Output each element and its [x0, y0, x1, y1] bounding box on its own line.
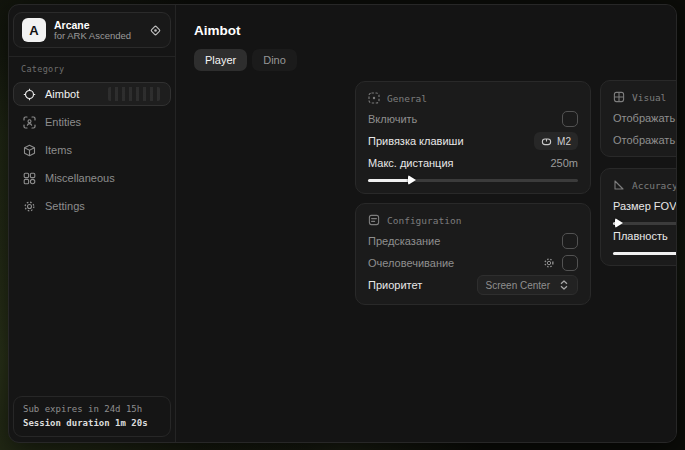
panel-visual: Visual Отображать границу FOV Отображать…	[600, 80, 677, 157]
fov-size-row: Размер FOV 60°	[613, 195, 677, 217]
brand-subtitle: for ARK Ascended	[54, 31, 141, 42]
mouse-icon	[541, 136, 552, 147]
sidebar-item-label: Miscellaneous	[45, 172, 115, 184]
panel-general-header: General	[368, 92, 578, 104]
brand-name: Arcane	[54, 19, 141, 31]
priority-value: Screen Center	[486, 280, 550, 291]
distance-value: 250m	[550, 157, 578, 169]
brand-card: A Arcane for ARK Ascended	[13, 12, 171, 48]
fov-border-label: Отображать границу FOV	[613, 112, 677, 124]
distance-slider[interactable]	[368, 176, 578, 180]
sidebar-item-label: Entities	[45, 116, 81, 128]
triangle-ruler-icon	[613, 179, 625, 191]
brand-text: Arcane for ARK Ascended	[54, 19, 141, 42]
active-item-decoration	[108, 87, 160, 101]
target-diamond-icon[interactable]	[149, 24, 162, 37]
keybind-button[interactable]: M2	[534, 132, 578, 150]
panel-title: Configuration	[387, 215, 461, 226]
sidebar: A Arcane for ARK Ascended Category Aimbo…	[9, 5, 176, 442]
brand-logo: A	[22, 18, 46, 42]
panel-configuration: Configuration Предсказание Очеловечивани…	[355, 203, 591, 305]
panel-title: Visual	[632, 92, 666, 103]
enable-label: Включить	[368, 113, 417, 125]
sidebar-item-items[interactable]: Items	[13, 138, 171, 162]
sidebar-item-label: Aimbot	[45, 88, 79, 100]
tab-dino[interactable]: Dino	[252, 49, 297, 71]
main-content: Aimbot Player Dino General Включить Прив…	[176, 5, 676, 442]
grid-icon	[23, 172, 36, 185]
category-label: Category	[21, 64, 171, 74]
prediction-row: Предсказание	[368, 230, 578, 252]
distance-label: Макс. дистанция	[368, 157, 454, 169]
enable-checkbox[interactable]	[562, 111, 578, 127]
slider-fill	[368, 179, 410, 182]
tab-bar: Player Dino	[194, 49, 297, 71]
sidebar-divider	[9, 56, 175, 57]
fov-background-label: Отображать фон FOV	[613, 134, 677, 146]
priority-dropdown[interactable]: Screen Center	[477, 275, 578, 295]
humanization-row: Очеловечивание	[368, 252, 578, 274]
sidebar-item-miscellaneous[interactable]: Miscellaneous	[13, 166, 171, 190]
priority-label: Приоритет	[368, 279, 422, 291]
humanization-label: Очеловечивание	[368, 257, 454, 269]
sidebar-item-settings[interactable]: Settings	[13, 194, 171, 218]
enable-row: Включить	[368, 108, 578, 130]
priority-row: Приоритет Screen Center	[368, 274, 578, 296]
app-window: A Arcane for ARK Ascended Category Aimbo…	[8, 4, 677, 443]
fov-border-row: Отображать границу FOV	[613, 107, 677, 129]
keybind-value: M2	[557, 136, 571, 147]
sidebar-item-label: Items	[45, 144, 72, 156]
keybind-label: Привязка клавиши	[368, 135, 464, 147]
fov-size-label: Размер FOV	[613, 200, 676, 212]
sidebar-item-entities[interactable]: Entities	[13, 110, 171, 134]
slider-thumb[interactable]	[615, 218, 623, 228]
sidebar-item-aimbot[interactable]: Aimbot	[13, 82, 171, 106]
config-box-icon	[368, 214, 380, 226]
distance-row: Макс. дистанция 250m	[368, 152, 578, 174]
crosshair-icon	[23, 88, 36, 101]
panel-general: General Включить Привязка клавиши M2 Мак…	[355, 81, 591, 194]
panel-title: General	[387, 93, 427, 104]
prediction-checkbox[interactable]	[562, 233, 578, 249]
session-info-card: Sub expires in 24d 15h Session duration …	[13, 396, 171, 437]
panel-accuracy-header: Accuracy	[613, 179, 677, 191]
entity-scan-icon	[23, 116, 36, 129]
page-title: Aimbot	[194, 23, 241, 38]
expand-icon	[559, 280, 569, 290]
scan-box-icon	[368, 92, 380, 104]
panel-accuracy: Accuracy Размер FOV 60° Плавность 15	[600, 168, 677, 266]
humanization-checkbox[interactable]	[562, 255, 578, 271]
gear-icon	[23, 200, 36, 213]
fov-size-slider[interactable]	[613, 219, 677, 222]
session-duration-text: Session duration 1m 20s	[23, 417, 161, 431]
sidebar-item-label: Settings	[45, 200, 85, 212]
smoothness-label: Плавность	[613, 230, 668, 242]
gear-small-icon[interactable]	[543, 257, 555, 269]
fov-background-row: Отображать фон FOV	[613, 129, 677, 151]
keybind-row: Привязка клавиши M2	[368, 130, 578, 152]
sub-expires-text: Sub expires in 24d 15h	[23, 403, 161, 417]
smoothness-row: Плавность 15	[613, 225, 677, 247]
layout-grid-icon	[613, 91, 625, 103]
box-icon	[23, 144, 36, 157]
panel-configuration-header: Configuration	[368, 214, 578, 226]
prediction-label: Предсказание	[368, 235, 440, 247]
smoothness-slider[interactable]	[613, 249, 677, 252]
panel-visual-header: Visual	[613, 91, 677, 103]
panel-title: Accuracy	[632, 180, 677, 191]
slider-thumb[interactable]	[408, 175, 416, 185]
tab-player[interactable]: Player	[194, 49, 247, 71]
slider-fill	[613, 252, 677, 255]
